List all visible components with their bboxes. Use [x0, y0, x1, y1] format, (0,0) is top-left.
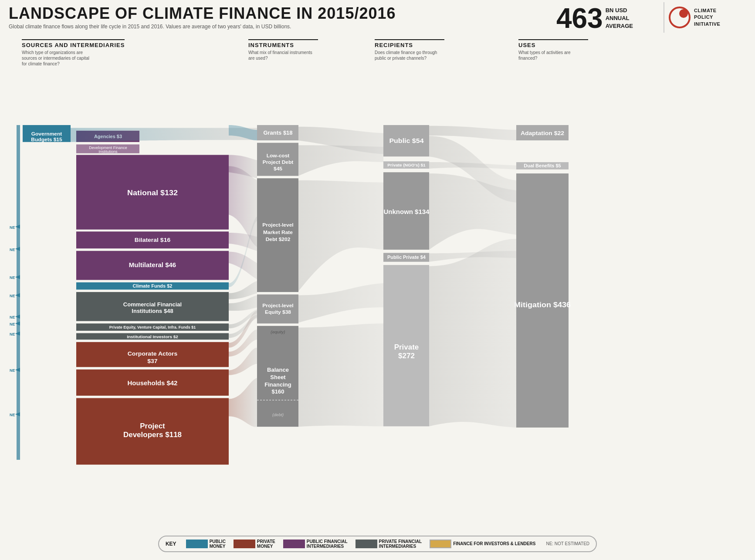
svg-text:Multilateral $46: Multilateral $46	[129, 261, 176, 268]
svg-text:(equity): (equity)	[271, 330, 285, 335]
svg-text:Project: Project	[140, 422, 165, 429]
svg-text:Institutions: Institutions	[99, 149, 118, 154]
legend-container: KEY PUBLICMONEY PRIVATEMONEY PUBLIC FINA…	[158, 536, 597, 552]
key-label: KEY	[166, 541, 176, 547]
svg-text:(debt): (debt)	[272, 412, 284, 417]
key-private-financial-intermediaries: PRIVATE FINANCIALINTERMEDIARIES	[355, 539, 422, 549]
svg-text:NE: NE	[10, 322, 15, 326]
svg-text:Equity $38: Equity $38	[265, 309, 291, 315]
svg-text:Institutions $48: Institutions $48	[132, 309, 173, 314]
svg-text:Bilateral $16: Bilateral $16	[135, 237, 170, 243]
svg-text:Households $42: Households $42	[128, 380, 178, 386]
svg-text:Project Debt: Project Debt	[263, 160, 294, 165]
svg-text:Climate Funds $2: Climate Funds $2	[133, 283, 173, 288]
svg-text:NE: NE	[10, 413, 15, 417]
svg-text:Balance: Balance	[267, 367, 289, 373]
svg-text:Debt $202: Debt $202	[266, 237, 291, 242]
sources-header: SOURCES AND INTERMEDIARIES Which type of…	[22, 39, 125, 67]
cpi-logo-text: CLIMATEPOLICYINITIATIVE	[694, 7, 720, 27]
svg-text:NE: NE	[10, 276, 15, 280]
svg-text:Financing: Financing	[264, 382, 291, 387]
svg-text:Developers $118: Developers $118	[123, 431, 182, 438]
svg-text:Mitigation $436: Mitigation $436	[514, 301, 571, 309]
svg-text:Private Equity, Venture Capita: Private Equity, Venture Capital, Infra. …	[109, 326, 196, 330]
total-amount: 463	[556, 4, 603, 32]
instruments-header: INSTRUMENTS What mix of financial instru…	[248, 39, 318, 61]
svg-text:Public Private $4: Public Private $4	[387, 255, 426, 260]
svg-text:NE: NE	[10, 248, 15, 252]
page-title: LANDSCAPE OF CLIMATE FINANCE IN 2015/201…	[9, 4, 746, 23]
legend-bar: KEY PUBLICMONEY PRIVATEMONEY PUBLIC FINA…	[0, 527, 755, 560]
svg-text:Project-level: Project-level	[262, 223, 293, 228]
svg-text:NE: NE	[10, 332, 15, 336]
svg-text:Private: Private	[394, 343, 419, 351]
recipients-header: RECIPIENTS Does climate finance go throu…	[375, 39, 444, 61]
svg-text:Public $54: Public $54	[389, 137, 424, 144]
key-public-money: PUBLICMONEY	[186, 539, 226, 549]
svg-text:Budgets $15: Budgets $15	[31, 137, 62, 142]
svg-text:$45: $45	[274, 166, 283, 171]
total-unit: BN USDANNUALAVERAGE	[606, 7, 633, 31]
svg-text:NE: NE	[10, 294, 15, 298]
svg-text:Private (NGO's) $1: Private (NGO's) $1	[387, 163, 426, 168]
uses-header: USES What types of activities are financ…	[518, 39, 588, 61]
svg-rect-2	[17, 125, 20, 460]
svg-text:Sheet: Sheet	[270, 374, 286, 380]
svg-rect-59	[257, 295, 298, 324]
key-public-financial-intermediaries: PUBLIC FINANCIALINTERMEDIARIES	[283, 539, 348, 549]
svg-text:Dual Benefits $5: Dual Benefits $5	[524, 163, 561, 169]
svg-text:Adaptation $22: Adaptation $22	[521, 130, 564, 136]
svg-text:$37: $37	[147, 358, 157, 364]
key-private-money: PRIVATEMONEY	[234, 539, 275, 549]
svg-text:National $132: National $132	[127, 189, 178, 197]
svg-text:NE: NE	[10, 315, 15, 319]
cpi-logo-icon	[669, 7, 691, 28]
svg-text:Institutional Investors $2: Institutional Investors $2	[127, 334, 178, 339]
svg-text:Government: Government	[31, 131, 62, 136]
svg-text:Commercial Financial: Commercial Financial	[123, 302, 182, 308]
svg-text:Project-level: Project-level	[262, 303, 293, 309]
svg-text:Grants $18: Grants $18	[263, 130, 292, 136]
svg-text:Market Rate: Market Rate	[263, 230, 293, 235]
svg-text:NE: NE	[10, 225, 15, 230]
sankey-diagram: Government Budgets $15 NE NE NE NE NE NE…	[0, 65, 755, 525]
svg-text:$272: $272	[398, 352, 415, 359]
svg-text:NE: NE	[10, 369, 15, 373]
svg-text:Development Finance: Development Finance	[89, 146, 127, 150]
svg-text:Low-cost: Low-cost	[267, 153, 290, 158]
svg-rect-55	[257, 178, 298, 292]
page-subtitle: Global climate finance flows along their…	[9, 24, 746, 30]
svg-text:Corporate Actors: Corporate Actors	[128, 351, 177, 357]
key-finance-investors: FINANCE FOR INVESTORS & LENDERS	[430, 540, 535, 548]
key-note: NE: NOT ESTIMATED	[546, 541, 589, 546]
svg-text:Unknown $134: Unknown $134	[384, 208, 430, 215]
svg-text:$160: $160	[272, 389, 284, 395]
